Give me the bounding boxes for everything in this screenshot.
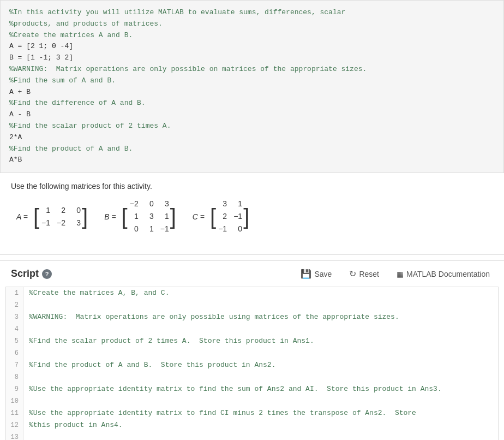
matlab-doc-icon: ▦ [397, 270, 404, 278]
editor-line: 1%Create the matrices A, B, and C. [6, 287, 498, 299]
reset-label: Reset [359, 270, 379, 278]
line-content [23, 347, 498, 359]
reset-button[interactable]: ↻ Reset [346, 266, 382, 281]
code-line: %Find the sum of A and B. [9, 75, 495, 87]
line-number: 1 [6, 287, 23, 299]
editor-wrapper: 1%Create the matrices A, B, and C.23%WAR… [6, 287, 498, 440]
line-content: %Find the product of A and B. Store this… [23, 359, 498, 371]
editor-line: 7%Find the product of A and B. Store thi… [6, 359, 498, 371]
line-content: %Use the appropriate identity matrix to … [23, 383, 498, 395]
matrix-a-label: A = [16, 212, 28, 221]
matrix-cell: 0 [71, 205, 81, 216]
code-line: B = [1 -1; 3 2] [9, 52, 495, 64]
line-number: 2 [6, 299, 23, 311]
matrix-a-left-bracket: [ [33, 206, 39, 228]
script-title-text: Script [11, 268, 39, 280]
matrix-cell: 0 [129, 223, 139, 235]
code-line: A - B [9, 109, 495, 121]
matrix-cell: 0 [144, 198, 154, 210]
matrix-b-values: −2 0 3 1 3 1 0 1 −1 [129, 198, 169, 235]
matrix-c-group: C = [ 3 1 2 −1 −1 0 ] [193, 198, 249, 235]
line-content [23, 431, 498, 440]
matrix-cell: −2 [56, 217, 65, 229]
reset-icon: ↻ [349, 269, 356, 279]
matrix-b-bracket: [ −2 0 3 1 3 1 0 1 −1 ] [122, 198, 176, 235]
matrix-a-bracket: [ 1 2 0 −1 −2 3 ] [33, 205, 88, 229]
code-line: %WARNING: Matrix operations are only pos… [9, 64, 495, 75]
editor-line: 3%WARNING: Matrix operations are only po… [6, 311, 498, 323]
matrix-cell: −1 [159, 223, 169, 235]
line-number: 10 [6, 395, 23, 407]
editor-line: 10 [6, 395, 498, 407]
matrix-a-right-bracket: ] [82, 206, 88, 228]
matrix-cell: 3 [144, 211, 154, 222]
matrix-cell: 3 [217, 198, 227, 210]
line-number: 5 [6, 335, 23, 347]
code-line: %Find the difference of A and B. [9, 98, 495, 109]
editor-line: 9%Use the appropriate identity matrix to… [6, 383, 498, 395]
script-actions: 💾 Save ↻ Reset ▦ MATLAB Documentation [297, 266, 493, 281]
code-line: A + B [9, 87, 495, 98]
line-number: 8 [6, 371, 23, 383]
matrix-cell: −2 [129, 198, 139, 210]
matrix-b-group: B = [ −2 0 3 1 3 1 0 1 −1 ] [104, 198, 176, 235]
matrix-c-label: C = [193, 212, 205, 221]
matrix-a-group: A = [ 1 2 0 −1 −2 3 ] [16, 205, 88, 229]
save-label: Save [314, 270, 332, 278]
line-content [23, 323, 498, 335]
line-content [23, 371, 498, 383]
editor-line: 5%Find the scalar product of 2 times A. … [6, 335, 498, 347]
matlab-doc-button[interactable]: ▦ MATLAB Documentation [393, 267, 493, 281]
matrix-cell: −1 [232, 211, 242, 222]
line-content: %Create the matrices A, B, and C. [23, 287, 498, 299]
script-title-group: Script ? [11, 268, 52, 280]
editor-line: 13 [6, 431, 498, 440]
matrix-cell: 2 [56, 205, 65, 216]
line-content [23, 395, 498, 407]
line-number: 11 [6, 407, 23, 419]
code-line: %Create the matrices A and B. [9, 30, 495, 41]
editor-line: 11%Use the appropriate identity matrix t… [6, 407, 498, 419]
matrix-cell: 0 [232, 223, 242, 235]
code-line: %In this activity you will utilize MATLA… [9, 7, 495, 19]
editor-line: 12%this product in Ans4. [6, 419, 498, 431]
script-editor[interactable]: 1%Create the matrices A, B, and C.23%WAR… [5, 287, 499, 440]
matrix-c-bracket: [ 3 1 2 −1 −1 0 ] [210, 198, 249, 235]
matrix-b-right-bracket: ] [170, 206, 176, 228]
line-number: 9 [6, 383, 23, 395]
matrix-cell: 1 [129, 211, 139, 222]
editor-line: 2 [6, 299, 498, 311]
matrix-c-values: 3 1 2 −1 −1 0 [217, 198, 242, 235]
save-button[interactable]: 💾 Save [297, 266, 335, 281]
help-icon[interactable]: ? [42, 269, 52, 279]
divider [0, 254, 504, 255]
code-line: 2*A [9, 132, 495, 144]
code-line: %products, and products of matrices. [9, 19, 495, 30]
activity-section: Use the following matrices for this acti… [0, 173, 504, 254]
matrix-c-right-bracket: ] [243, 206, 249, 228]
matrix-cell: 2 [217, 211, 227, 222]
editor-line: 4 [6, 323, 498, 335]
matrix-a-values: 1 2 0 −1 −2 3 [40, 205, 81, 229]
matrices-display: A = [ 1 2 0 −1 −2 3 ] B = [ −2 [16, 198, 493, 235]
matrix-cell: 1 [232, 198, 242, 210]
save-icon: 💾 [301, 269, 311, 279]
code-line: A = [2 1; 0 -4] [9, 41, 495, 52]
line-number: 4 [6, 323, 23, 335]
matrix-cell: 3 [159, 198, 169, 210]
matrix-b-label: B = [104, 212, 116, 221]
matrix-cell: 1 [144, 223, 154, 235]
code-line: A*B [9, 154, 495, 166]
line-content: %Use the appropriate identity matrix to … [23, 407, 498, 419]
editor-line: 8 [6, 371, 498, 383]
editor-line: 6 [6, 347, 498, 359]
line-content: %this product in Ans4. [23, 419, 498, 431]
line-content [23, 299, 498, 311]
line-content: %WARNING: Matrix operations are only pos… [23, 311, 498, 323]
line-number: 12 [6, 419, 23, 431]
line-number: 3 [6, 311, 23, 323]
code-line: %Find the product of A and B. [9, 144, 495, 155]
code-line: %Find the scalar product of 2 times A. [9, 121, 495, 132]
matrix-c-left-bracket: [ [210, 206, 216, 228]
line-number: 7 [6, 359, 23, 371]
